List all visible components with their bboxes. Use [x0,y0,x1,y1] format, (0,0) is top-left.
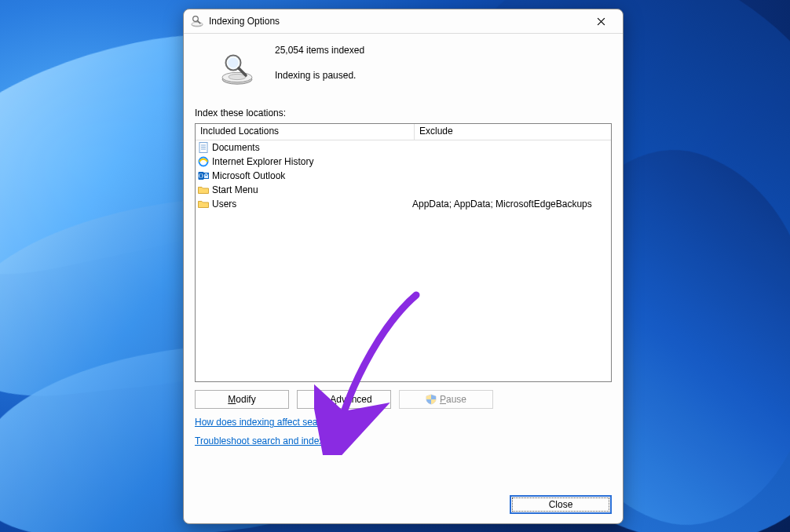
svg-point-1 [192,22,203,26]
doc-icon [197,141,210,154]
table-row[interactable]: OMicrosoft Outlook [196,169,611,183]
table-row[interactable]: Documents [196,140,611,155]
location-name: Documents [212,142,260,153]
window-title: Indexing Options [209,16,280,27]
uac-shield-icon [426,394,437,405]
table-row[interactable]: Internet Explorer History [196,155,611,169]
folder-icon [197,184,210,196]
magnifier-drive-icon [190,14,204,28]
location-name: Users [212,199,236,210]
link-how-indexing[interactable]: How does indexing affect searches? [195,417,346,428]
pause-button: Pause [399,390,493,409]
link-troubleshoot[interactable]: Troubleshoot search and indexing [195,435,336,446]
advanced-button[interactable]: Advanced [297,390,391,409]
ie-icon [197,155,210,168]
location-name: Microsoft Outlook [212,170,285,181]
index-locations-label: Index these locations: [195,107,612,118]
indexing-options-dialog: Indexing Options 25,054 items indexed In… [183,9,624,524]
column-headers[interactable]: Included Locations Exclude [196,124,611,140]
locations-listview[interactable]: Included Locations Exclude DocumentsInte… [195,123,612,382]
close-button[interactable]: Close [510,495,612,514]
svg-point-6 [229,74,246,79]
folder-icon [197,198,210,210]
table-row[interactable]: Start Menu [196,183,611,197]
location-name: Start Menu [212,184,258,195]
drive-magnifier-icon [218,49,256,87]
column-exclude[interactable]: Exclude [415,124,611,140]
titlebar[interactable]: Indexing Options [184,9,623,34]
location-name: Internet Explorer History [212,156,313,167]
svg-text:O: O [199,173,203,180]
items-indexed-text: 25,054 items indexed [275,43,364,57]
outlook-icon: O [197,169,210,182]
svg-point-8 [229,58,239,68]
indexing-state-text: Indexing is paused. [275,68,364,82]
close-window-button[interactable] [585,10,616,32]
exclude-value: AppData; AppData; MicrosoftEdgeBackups [408,199,611,210]
column-included[interactable]: Included Locations [196,124,415,140]
uac-shield-icon [316,394,327,405]
table-row[interactable]: UsersAppData; AppData; MicrosoftEdgeBack… [196,197,611,211]
modify-button[interactable]: Modify [195,390,289,409]
